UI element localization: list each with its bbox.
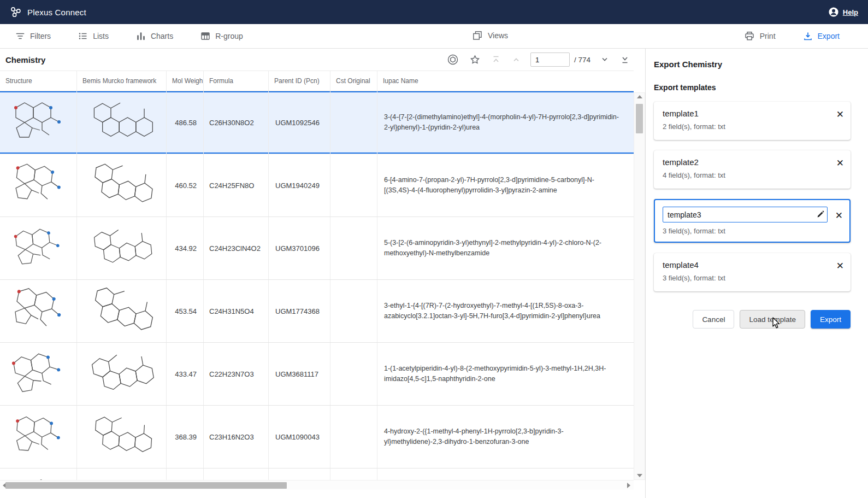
structure-cell [0, 217, 77, 279]
previous-record-button[interactable] [510, 54, 522, 66]
framework-cell [77, 280, 167, 342]
star-icon [469, 54, 481, 66]
print-button[interactable]: Print [741, 27, 779, 45]
vertical-scroll-thumb[interactable] [636, 104, 643, 133]
charts-label: Charts [151, 32, 173, 40]
table-zone: Structure Bemis Murcko framework Mol Wei… [0, 71, 645, 480]
column-header-mol-weight[interactable]: Mol Weigh [167, 71, 204, 91]
template-details: 3 field(s), format: txt [663, 274, 829, 282]
vertical-scroll-track[interactable] [634, 92, 645, 480]
remove-template-button[interactable]: ✕ [835, 260, 845, 272]
column-header-iupac-name[interactable]: Iupac Name [377, 71, 634, 91]
table-row[interactable]: 453.54 C24H31N5O4 UGM1774368 3-ethyl-1-{… [0, 280, 634, 343]
parent-id-cell: UGM1774368 [269, 280, 330, 342]
filters-button[interactable]: Filters [12, 28, 54, 44]
remove-template-button[interactable]: ✕ [835, 157, 845, 169]
template-card-3-editing[interactable]: 3 field(s), format: txt ✕ [654, 199, 851, 243]
table-row[interactable] [0, 468, 634, 480]
column-header-formula[interactable]: Formula [204, 71, 269, 91]
column-header-structure[interactable]: Structure [0, 71, 77, 91]
scroll-down-arrow-icon[interactable] [637, 474, 642, 477]
top-bar: Plexus Connect Help [0, 0, 868, 24]
first-record-button[interactable] [490, 54, 502, 66]
template-card-2[interactable]: template2 4 field(s), format: txt ✕ [654, 150, 851, 189]
cst-original-cell [330, 343, 377, 405]
template-details: 3 field(s), format: txt [663, 227, 828, 235]
scroll-right-arrow-icon[interactable] [627, 483, 630, 488]
first-page-icon [491, 55, 501, 65]
column-header-framework[interactable]: Bemis Murcko framework [77, 71, 167, 91]
framework-cell [77, 217, 167, 279]
structure-cell [0, 280, 77, 342]
topbar-right: Help [828, 7, 858, 17]
table-row[interactable]: 486.58 C26H30N8O2 UGM1092546 3-(4-{7-[2-… [0, 91, 634, 154]
structure-search-button[interactable] [446, 52, 460, 67]
favorite-star-button[interactable] [468, 53, 482, 67]
grid-area: Chemistry [0, 49, 645, 498]
lists-button[interactable]: Lists [75, 28, 112, 44]
record-number-input[interactable] [530, 52, 570, 67]
cst-original-cell [330, 468, 377, 480]
parent-id-cell: UGM1090043 [269, 406, 330, 468]
next-record-button[interactable] [599, 54, 611, 66]
table-row[interactable]: 434.92 C24H23ClN4O2 UGM3701096 5-(3-[2-(… [0, 217, 634, 280]
template-name-input[interactable] [663, 207, 828, 222]
close-icon: ✕ [836, 158, 844, 168]
last-record-button[interactable] [619, 54, 631, 66]
formula-cell: C24H31N5O4 [204, 280, 269, 342]
cst-original-cell [330, 154, 377, 216]
formula-cell: C26H30N8O2 [204, 91, 269, 154]
parent-id-cell [269, 468, 330, 480]
iupac-name-cell: 3-(4-{7-[2-(dimethylamino)ethyl]-4-(morp… [377, 91, 634, 154]
pencil-icon [816, 210, 825, 219]
structure-cell [0, 343, 77, 405]
scroll-up-arrow-icon[interactable] [637, 95, 642, 98]
load-template-button[interactable]: Load template [740, 310, 805, 329]
cst-original-cell [330, 91, 377, 154]
export-confirm-button[interactable]: Export [811, 310, 851, 329]
template-card-4[interactable]: template4 3 field(s), format: txt ✕ [654, 253, 851, 291]
column-header-cst-original[interactable]: Cst Original [330, 71, 377, 91]
molecule-structure-image [7, 219, 70, 277]
cst-original-cell [330, 406, 377, 468]
export-button[interactable]: Export [800, 27, 843, 45]
murcko-framework-image [79, 469, 164, 480]
framework-cell [77, 91, 167, 154]
template-name: template1 [663, 109, 829, 118]
close-icon: ✕ [835, 210, 843, 221]
structure-cell [0, 406, 77, 468]
app-title: Plexus Connect [27, 8, 86, 17]
molecule-structure-image [7, 408, 69, 465]
help-link[interactable]: Help [843, 8, 858, 16]
murcko-framework-image [78, 154, 166, 216]
plexus-logo-icon [10, 6, 22, 18]
horizontal-scrollbar[interactable] [0, 480, 634, 490]
cancel-button[interactable]: Cancel [693, 310, 734, 329]
remove-template-button[interactable]: ✕ [835, 109, 845, 120]
printer-icon [744, 31, 755, 42]
vertical-scrollbar[interactable] [634, 71, 645, 480]
framework-cell [77, 468, 167, 480]
framework-cell [77, 406, 167, 468]
iupac-name-cell: 3-ethyl-1-{4-[(7R)-7-(2-hydroxyethyl)-7-… [377, 280, 634, 342]
table-grid-icon [200, 31, 210, 41]
horizontal-scroll-thumb[interactable] [5, 482, 287, 489]
remove-template-button[interactable]: ✕ [834, 210, 844, 221]
column-header-parent-id[interactable]: Parent ID (Pcn) [269, 71, 330, 91]
charts-button[interactable]: Charts [133, 28, 176, 44]
table-row[interactable]: 368.39 C23H16N2O3 UGM1090043 4-hydroxy-2… [0, 406, 634, 468]
table-row[interactable]: 433.47 C22H23N7O3 UGM3681117 1-(1-acetyl… [0, 343, 634, 406]
mol-weight-cell: 368.39 [167, 406, 204, 468]
record-total: / 774 [574, 56, 591, 64]
rgroup-button[interactable]: R-group [197, 28, 246, 44]
structure-cell [0, 154, 77, 216]
content: Chemistry [0, 49, 868, 498]
views-button[interactable]: Views [469, 27, 511, 44]
formula-cell: C24H25FN8O [204, 154, 269, 216]
table-row[interactable]: 460.52 C24H25FN8O UGM1940249 6-[4-amino-… [0, 154, 634, 217]
bottom-gap [0, 490, 645, 498]
mol-weight-cell: 453.54 [167, 280, 204, 342]
edit-name-button[interactable] [816, 210, 825, 219]
toolbar-right: Print Export [741, 27, 856, 45]
template-card-1[interactable]: template1 2 field(s), format: txt ✕ [654, 102, 851, 140]
